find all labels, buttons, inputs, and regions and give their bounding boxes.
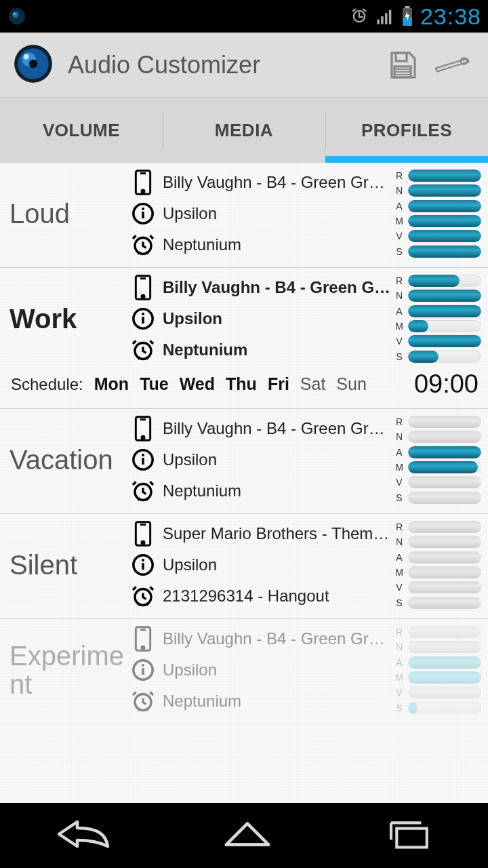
tab-volume[interactable]: VOLUME (0, 98, 163, 163)
svg-rect-16 (396, 53, 407, 61)
slider-label: R (394, 417, 404, 427)
slider-label: R (394, 522, 404, 532)
profile-item[interactable]: LoudBilly Vaughn - B4 - Green Grass...Up… (0, 163, 488, 268)
schedule-day[interactable]: Fri (268, 374, 289, 394)
slider-label: N (394, 291, 404, 300)
slider-track[interactable] (408, 492, 481, 504)
recents-button[interactable] (381, 817, 435, 854)
svg-point-14 (24, 54, 29, 59)
slider-track[interactable] (408, 335, 481, 347)
slider-track[interactable] (408, 170, 481, 182)
profile-name: Experiment (9, 623, 130, 717)
slider-track[interactable] (408, 597, 481, 609)
schedule-time[interactable]: 09:00 (414, 370, 479, 399)
save-button[interactable] (378, 49, 427, 81)
slider-track[interactable] (408, 290, 481, 302)
slider-track[interactable] (408, 702, 481, 714)
svg-rect-7 (405, 6, 409, 8)
alarm-text: Neptunium (163, 235, 392, 254)
slider-track[interactable] (408, 245, 481, 258)
slider-track[interactable] (408, 275, 481, 287)
back-button[interactable] (53, 817, 114, 854)
svg-point-1 (12, 12, 18, 18)
svg-rect-3 (377, 20, 380, 24)
settings-button[interactable] (427, 51, 476, 79)
tab-media[interactable]: MEDIA (163, 98, 325, 163)
svg-rect-5 (385, 13, 388, 24)
profile-item[interactable]: SilentSuper Mario Brothers - Theme...Ups… (0, 514, 488, 619)
app-badge-icon (7, 6, 27, 26)
volume-sliders: RNAMVS (394, 413, 481, 507)
ringtone-text: Billy Vaughn - B4 - Green Grass... (163, 278, 392, 297)
svg-point-2 (14, 13, 16, 15)
ringtone-icon (130, 520, 156, 547)
slider-label: S (394, 703, 404, 713)
schedule-day[interactable]: Sun (336, 374, 366, 394)
slider-track[interactable] (408, 200, 481, 212)
profile-name: Silent (9, 518, 130, 612)
slider-track[interactable] (408, 566, 481, 578)
profile-item[interactable]: ExperimentBilly Vaughn - B4 - Green Gras… (0, 619, 488, 724)
slider-track[interactable] (408, 305, 481, 317)
slider-track[interactable] (408, 416, 481, 428)
notification-icon (130, 307, 156, 330)
schedule-day[interactable]: Wed (180, 374, 215, 394)
slider-track[interactable] (408, 581, 481, 593)
schedule-day[interactable]: Tue (140, 374, 169, 394)
schedule-day[interactable]: Mon (94, 374, 129, 394)
app-bar: Audio Customizer (0, 33, 488, 98)
schedule-day[interactable]: Thu (226, 374, 257, 394)
profile-item[interactable]: WorkBilly Vaughn - B4 - Green Grass...Up… (0, 268, 488, 409)
profile-item[interactable]: VacationBilly Vaughn - B4 - Green Grass.… (0, 409, 488, 514)
slider-track[interactable] (408, 431, 481, 443)
alarm-icon (130, 584, 156, 608)
volume-sliders: RNAMVS (394, 272, 481, 366)
slider-track[interactable] (408, 671, 481, 684)
slider-label: A (394, 448, 404, 457)
slider-track[interactable] (408, 320, 481, 332)
svg-point-27 (142, 295, 144, 298)
slider-track[interactable] (408, 351, 481, 363)
svg-point-48 (142, 646, 144, 649)
slider-label: V (394, 336, 404, 346)
slider-track[interactable] (408, 551, 481, 564)
ringtone-icon (130, 625, 156, 652)
schedule-day[interactable]: Sat (300, 374, 326, 394)
slider-track[interactable] (408, 656, 481, 669)
slider-label: A (394, 658, 404, 667)
slider-label: R (394, 276, 404, 285)
home-button[interactable] (220, 817, 274, 854)
slider-track[interactable] (408, 230, 481, 242)
alarm-icon (130, 338, 156, 362)
status-time: 23:38 (420, 3, 481, 30)
slider-track[interactable] (408, 536, 481, 548)
schedule-row[interactable]: Schedule:MonTueWedThuFriSatSun09:00 (9, 367, 481, 401)
slider-track[interactable] (408, 476, 481, 488)
notification-text: Upsilon (163, 309, 392, 328)
slider-track[interactable] (408, 461, 481, 473)
ringtone-text: Billy Vaughn - B4 - Green Grass... (163, 629, 392, 648)
nav-bar (0, 803, 488, 868)
slider-track[interactable] (408, 626, 481, 638)
profile-name: Vacation (9, 413, 130, 507)
volume-sliders: RNAMVS (394, 623, 481, 717)
svg-point-38 (142, 454, 144, 456)
slider-track[interactable] (408, 641, 481, 653)
app-icon (12, 43, 54, 87)
slider-label: N (394, 537, 404, 547)
slider-track[interactable] (408, 686, 481, 698)
slider-track[interactable] (408, 521, 481, 533)
svg-point-31 (142, 313, 144, 315)
schedule-label: Schedule: (11, 375, 83, 394)
tab-profiles[interactable]: PROFILES (325, 98, 488, 163)
slider-track[interactable] (408, 446, 481, 458)
slider-track[interactable] (408, 215, 481, 227)
profile-list[interactable]: LoudBilly Vaughn - B4 - Green Grass...Up… (0, 163, 488, 868)
notification-text: Upsilon (163, 204, 392, 223)
svg-rect-4 (381, 16, 384, 24)
ringtone-text: Billy Vaughn - B4 - Green Grass... (163, 173, 392, 192)
slider-track[interactable] (408, 184, 481, 197)
svg-point-15 (29, 59, 37, 67)
slider-label: S (394, 352, 404, 361)
alarm-icon (130, 689, 156, 713)
